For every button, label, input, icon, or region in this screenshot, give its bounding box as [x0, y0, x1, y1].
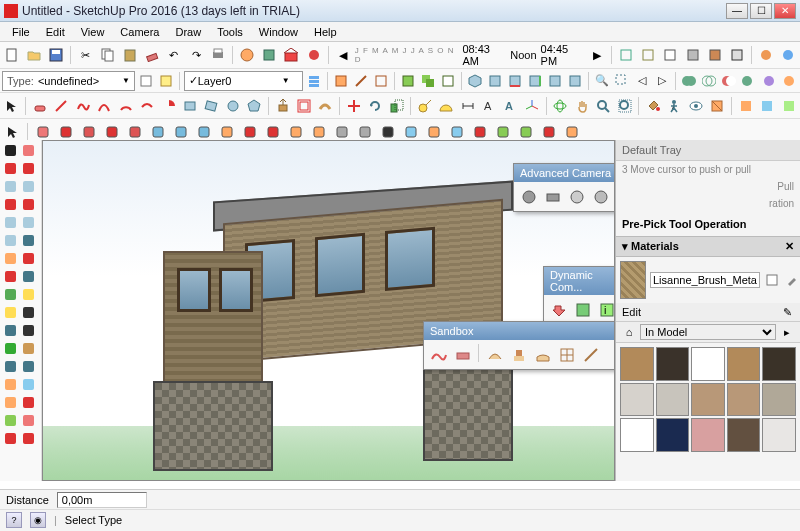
- plugin-row4-btn-23[interactable]: [538, 121, 559, 142]
- left-tool-15[interactable]: [2, 268, 19, 285]
- dynamic-components-titlebar[interactable]: Dynamic Com... ✕: [544, 267, 615, 295]
- left-tool-30[interactable]: [20, 394, 37, 411]
- plugin-row4-btn-15[interactable]: [354, 121, 375, 142]
- dc-attributes-icon[interactable]: i: [596, 299, 615, 320]
- plugin-row4-btn-19[interactable]: [446, 121, 467, 142]
- sandbox-adddetail-icon[interactable]: [556, 344, 577, 365]
- extension-icon[interactable]: [304, 45, 324, 66]
- measurement-input[interactable]: [57, 492, 147, 508]
- cut-icon[interactable]: ✂: [75, 45, 95, 66]
- material-name-input[interactable]: [650, 272, 760, 288]
- left-tool-17[interactable]: [2, 286, 19, 303]
- plugin-row4-btn-13[interactable]: [308, 121, 329, 142]
- material-swatch-2[interactable]: [656, 347, 690, 381]
- materials-edit-label[interactable]: Edit: [622, 306, 641, 318]
- material-swatch-6[interactable]: [620, 383, 654, 417]
- walkthrough-icon[interactable]: [665, 95, 684, 116]
- left-tool-25[interactable]: [2, 358, 19, 375]
- style-3-icon[interactable]: [779, 95, 798, 116]
- plugin-row4-btn-17[interactable]: [400, 121, 421, 142]
- front-view-icon[interactable]: [506, 70, 524, 91]
- menu-file[interactable]: File: [4, 24, 38, 40]
- line-tool-icon[interactable]: [52, 95, 71, 116]
- material-create-icon[interactable]: [764, 272, 780, 288]
- plugin-row4-btn-20[interactable]: [469, 121, 490, 142]
- style-1-icon[interactable]: [736, 95, 755, 116]
- left-tool-27[interactable]: [2, 376, 19, 393]
- advanced-camera-tools-panel[interactable]: Advanced Camera Tools ✕: [513, 163, 615, 212]
- geo-button[interactable]: ◉: [30, 512, 46, 528]
- sandbox-from-scratch-icon[interactable]: [452, 344, 473, 365]
- circle-tool-icon[interactable]: [223, 95, 242, 116]
- plugin-row4-btn-2[interactable]: [55, 121, 76, 142]
- component-icon[interactable]: [259, 45, 279, 66]
- redo-icon[interactable]: ↷: [186, 45, 206, 66]
- freehand-tool-icon[interactable]: [73, 95, 92, 116]
- dc-interact-icon[interactable]: [548, 299, 569, 320]
- left-tool-9[interactable]: [2, 214, 19, 231]
- iso-view-icon[interactable]: [466, 70, 484, 91]
- menu-help[interactable]: Help: [306, 24, 345, 40]
- back-view-icon[interactable]: [546, 70, 564, 91]
- camera-tool-1[interactable]: [518, 186, 539, 207]
- material-swatch-13[interactable]: [691, 418, 725, 452]
- plugin-row4-btn-4[interactable]: [101, 121, 122, 142]
- advanced-camera-tools-titlebar[interactable]: Advanced Camera Tools ✕: [514, 164, 615, 182]
- section-display-icon[interactable]: [352, 70, 370, 91]
- outliner-icon[interactable]: [439, 70, 457, 91]
- zoom-extents-tool-icon[interactable]: [615, 95, 634, 116]
- sandbox-from-contours-icon[interactable]: [428, 344, 449, 365]
- layer-value[interactable]: [198, 75, 278, 87]
- tape-tool-icon[interactable]: [415, 95, 434, 116]
- left-tool-28[interactable]: [20, 376, 37, 393]
- left-tool-11[interactable]: [2, 232, 19, 249]
- material-sample-icon[interactable]: [784, 272, 800, 288]
- pushpull-tool-icon[interactable]: [273, 95, 292, 116]
- sandbox-flipedge-icon[interactable]: [580, 344, 601, 365]
- left-tool-14[interactable]: [20, 250, 37, 267]
- type-action-2[interactable]: [157, 70, 175, 91]
- left-tool-12[interactable]: [20, 232, 37, 249]
- solid-subtract-icon[interactable]: [720, 70, 738, 91]
- chevron-down-icon[interactable]: ▼: [122, 76, 130, 85]
- left-tool-5[interactable]: [2, 178, 19, 195]
- left-tool-4[interactable]: [20, 160, 37, 177]
- hidden-line-icon[interactable]: [660, 45, 680, 66]
- material-swatch-12[interactable]: [656, 418, 690, 452]
- left-tool-33[interactable]: [2, 430, 19, 447]
- material-swatch-9[interactable]: [727, 383, 761, 417]
- plugin-row4-btn-5[interactable]: [124, 121, 145, 142]
- solid-split-icon[interactable]: [760, 70, 778, 91]
- material-preview[interactable]: [620, 261, 646, 299]
- menu-window[interactable]: Window: [251, 24, 306, 40]
- plugin-row4-btn-9[interactable]: [216, 121, 237, 142]
- sandbox-drape-icon[interactable]: [532, 344, 553, 365]
- solid-trim-icon[interactable]: [740, 70, 758, 91]
- material-swatch-15[interactable]: [762, 418, 796, 452]
- material-swatch-5[interactable]: [762, 347, 796, 381]
- shaded-icon[interactable]: [683, 45, 703, 66]
- solid-intersect-icon[interactable]: [700, 70, 718, 91]
- plugin-row4-btn-8[interactable]: [193, 121, 214, 142]
- left-tool-8[interactable]: [20, 196, 37, 213]
- plugin-row4-btn-16[interactable]: [377, 121, 398, 142]
- camera-tool-2[interactable]: [542, 186, 563, 207]
- monochrome-icon[interactable]: [727, 45, 747, 66]
- left-tool-32[interactable]: [20, 412, 37, 429]
- left-tool-1[interactable]: [2, 142, 19, 159]
- plugin-row4-btn-7[interactable]: [170, 121, 191, 142]
- select-tool-icon[interactable]: [2, 95, 21, 116]
- camera-tool-5[interactable]: [614, 186, 615, 207]
- shadow-next-icon[interactable]: ▶: [587, 45, 607, 66]
- followme-tool-icon[interactable]: [316, 95, 335, 116]
- warehouse-icon[interactable]: [281, 45, 301, 66]
- left-tool-29[interactable]: [2, 394, 19, 411]
- left-view-icon[interactable]: [566, 70, 584, 91]
- plugin-row4-btn-12[interactable]: [285, 121, 306, 142]
- orbit-tool-icon[interactable]: [551, 95, 570, 116]
- type-combo[interactable]: Type: ▼: [2, 71, 135, 91]
- type-value[interactable]: [38, 75, 118, 87]
- print-icon[interactable]: [208, 45, 228, 66]
- sandbox-stamp-icon[interactable]: [508, 344, 529, 365]
- left-tool-31[interactable]: [2, 412, 19, 429]
